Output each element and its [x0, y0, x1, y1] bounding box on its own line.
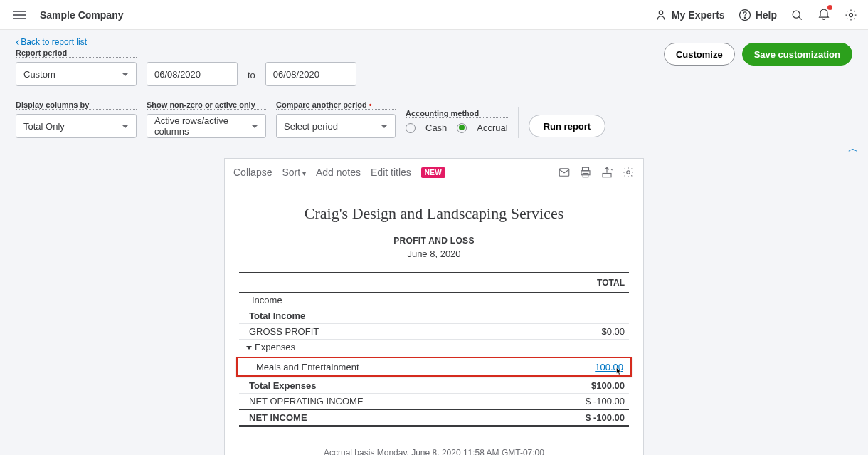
date-to-input[interactable]: 06/08/2020	[265, 62, 356, 86]
svg-rect-10	[603, 174, 611, 177]
report-period-select[interactable]: Custom	[16, 62, 137, 86]
report-footer-text: Accrual basis Monday, June 8, 2020 11:58…	[239, 448, 629, 455]
svg-line-4	[799, 16, 802, 19]
caret-down-icon[interactable]	[246, 346, 252, 350]
print-icon[interactable]	[579, 166, 592, 179]
table-row[interactable]: Total Income	[239, 308, 629, 324]
total-column-header: TOTAL	[597, 278, 629, 288]
svg-point-5	[850, 13, 853, 16]
sort-link[interactable]: Sort	[282, 167, 305, 178]
accounting-method-radio-group: Cash Accrual	[406, 122, 508, 138]
save-customization-button[interactable]: Save customization	[742, 43, 852, 66]
table-row[interactable]: NET INCOME $ -100.00	[239, 409, 629, 425]
svg-point-11	[627, 171, 630, 174]
show-nonzero-select[interactable]: Active rows/active columns	[147, 114, 266, 138]
expenses-group: Expenses	[239, 342, 295, 352]
my-experts-link[interactable]: My Experts	[654, 8, 725, 22]
svg-point-2	[744, 17, 745, 18]
report-gear-icon[interactable]	[622, 166, 635, 179]
top-button-group: Customize Save customization	[664, 43, 852, 66]
top-header: Sample Company My Experts Help	[0, 0, 868, 30]
top-header-right: My Experts Help	[654, 6, 858, 23]
report-panel: Collapse Sort Add notes Edit titles NEW …	[224, 158, 644, 455]
collapse-link[interactable]: Collapse	[233, 167, 272, 178]
email-icon[interactable]	[558, 166, 571, 179]
report-toolbar-right	[558, 166, 635, 179]
table-row[interactable]: Income	[239, 293, 629, 308]
accrual-radio-label: Accrual	[477, 122, 507, 133]
table-row[interactable]: GROSS PROFIT $0.00	[239, 324, 629, 340]
svg-rect-7	[583, 167, 589, 171]
collapse-filters-chevron-icon[interactable]: ︿	[848, 142, 858, 155]
report-toolbar: Collapse Sort Add notes Edit titles NEW	[225, 159, 643, 186]
table-header-row: TOTAL	[239, 273, 629, 293]
compare-period-select[interactable]: Select period	[276, 114, 396, 138]
run-report-button[interactable]: Run report	[529, 115, 605, 137]
help-label: Help	[756, 9, 777, 21]
cash-radio[interactable]	[406, 123, 416, 133]
report-main-area: Collapse Sort Add notes Edit titles NEW …	[0, 151, 868, 455]
cash-radio-label: Cash	[425, 122, 447, 133]
total-expenses-label: Total Expenses	[239, 380, 316, 391]
table-row[interactable]: Expenses	[239, 340, 629, 355]
accounting-method-label: Accounting method	[406, 109, 508, 118]
my-experts-label: My Experts	[672, 9, 725, 21]
compare-period-label: Compare another period	[276, 100, 396, 110]
table-row[interactable]: NET OPERATING INCOME $ -100.00	[239, 394, 629, 409]
report-table: TOTAL Income Total Income GROSS PROFIT $…	[239, 272, 629, 427]
income-label: Income	[239, 295, 282, 305]
table-row[interactable]: Total Expenses $100.00	[239, 378, 629, 394]
total-income-label: Total Income	[239, 310, 305, 321]
svg-point-3	[793, 11, 800, 18]
person-icon	[654, 8, 668, 22]
report-filters: Back to report list Customize Save custo…	[0, 30, 868, 151]
gear-icon[interactable]	[844, 8, 858, 22]
company-name: Sample Company	[40, 9, 123, 21]
vertical-divider	[518, 107, 519, 138]
notification-dot-icon	[827, 5, 832, 10]
report-period-label: Report period	[16, 48, 137, 58]
gross-profit-label: GROSS PROFIT	[239, 326, 319, 337]
search-icon[interactable]	[790, 8, 804, 22]
gross-profit-value: $0.00	[601, 326, 629, 337]
total-expenses-value: $100.00	[591, 380, 629, 391]
export-icon[interactable]	[600, 166, 613, 179]
help-circle-icon	[738, 8, 752, 22]
filter-row-2: Display columns by Total Only Show non-z…	[16, 100, 852, 138]
display-columns-select[interactable]: Total Only	[16, 114, 137, 138]
new-badge: NEW	[421, 167, 445, 178]
meals-label: Meals and Entertainment	[240, 362, 359, 372]
net-op-income-label: NET OPERATING INCOME	[239, 396, 364, 407]
notifications-button[interactable]	[817, 6, 831, 23]
net-op-income-value: $ -100.00	[586, 396, 629, 407]
date-from-input[interactable]: 06/08/2020	[147, 62, 238, 86]
report-type: PROFIT AND LOSS	[239, 236, 629, 246]
highlighted-meals-row[interactable]: Meals and Entertainment 100.00	[236, 357, 632, 377]
to-label: to	[248, 70, 255, 86]
report-period-text: June 8, 2020	[239, 249, 629, 259]
meals-value-link[interactable]: 100.00	[595, 362, 628, 372]
add-notes-link[interactable]: Add notes	[316, 167, 361, 178]
display-columns-label: Display columns by	[16, 100, 137, 110]
svg-rect-6	[559, 169, 569, 177]
accrual-radio[interactable]	[457, 123, 467, 133]
help-link[interactable]: Help	[738, 8, 777, 22]
net-income-value: $ -100.00	[586, 412, 629, 423]
edit-titles-link[interactable]: Edit titles	[371, 167, 411, 178]
net-income-label: NET INCOME	[239, 412, 307, 423]
svg-point-0	[659, 11, 662, 14]
report-body: Craig's Design and Landscaping Services …	[225, 186, 643, 455]
hamburger-menu-icon[interactable]	[10, 8, 28, 22]
customize-button[interactable]: Customize	[664, 43, 735, 66]
show-nonzero-label: Show non-zero or active only	[147, 100, 266, 110]
report-company-title: Craig's Design and Landscaping Services	[239, 204, 629, 223]
